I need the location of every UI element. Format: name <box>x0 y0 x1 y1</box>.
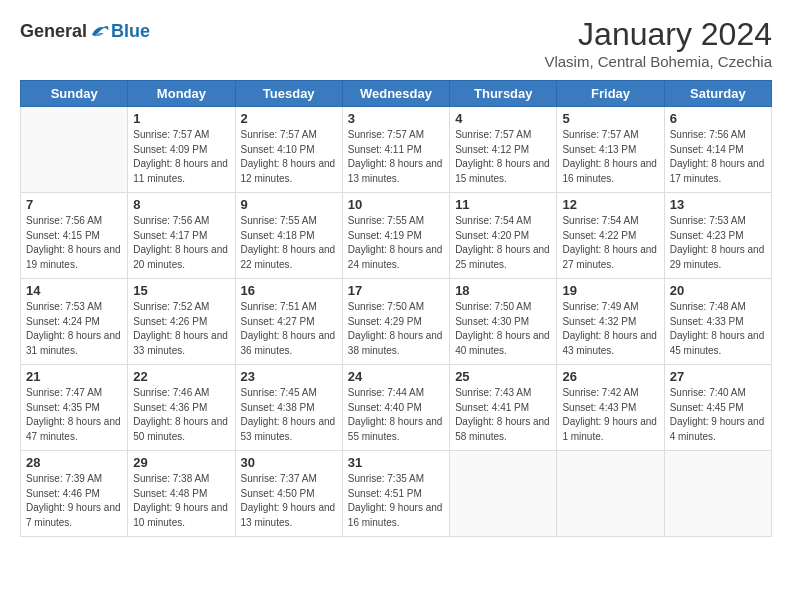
calendar-cell: 30Sunrise: 7:37 AMSunset: 4:50 PMDayligh… <box>235 451 342 537</box>
day-number: 22 <box>133 369 229 384</box>
calendar-cell: 11Sunrise: 7:54 AMSunset: 4:20 PMDayligh… <box>450 193 557 279</box>
day-info: Sunrise: 7:57 AMSunset: 4:10 PMDaylight:… <box>241 128 337 186</box>
calendar-cell: 25Sunrise: 7:43 AMSunset: 4:41 PMDayligh… <box>450 365 557 451</box>
calendar-cell: 5Sunrise: 7:57 AMSunset: 4:13 PMDaylight… <box>557 107 664 193</box>
day-number: 16 <box>241 283 337 298</box>
day-number: 23 <box>241 369 337 384</box>
day-number: 9 <box>241 197 337 212</box>
calendar-cell: 2Sunrise: 7:57 AMSunset: 4:10 PMDaylight… <box>235 107 342 193</box>
day-info: Sunrise: 7:45 AMSunset: 4:38 PMDaylight:… <box>241 386 337 444</box>
day-header-saturday: Saturday <box>664 81 771 107</box>
calendar-cell: 12Sunrise: 7:54 AMSunset: 4:22 PMDayligh… <box>557 193 664 279</box>
calendar-cell: 4Sunrise: 7:57 AMSunset: 4:12 PMDaylight… <box>450 107 557 193</box>
day-number: 8 <box>133 197 229 212</box>
day-number: 18 <box>455 283 551 298</box>
day-number: 27 <box>670 369 766 384</box>
day-info: Sunrise: 7:43 AMSunset: 4:41 PMDaylight:… <box>455 386 551 444</box>
day-info: Sunrise: 7:40 AMSunset: 4:45 PMDaylight:… <box>670 386 766 444</box>
calendar-cell: 13Sunrise: 7:53 AMSunset: 4:23 PMDayligh… <box>664 193 771 279</box>
week-row-2: 7Sunrise: 7:56 AMSunset: 4:15 PMDaylight… <box>21 193 772 279</box>
day-number: 24 <box>348 369 444 384</box>
calendar-cell: 14Sunrise: 7:53 AMSunset: 4:24 PMDayligh… <box>21 279 128 365</box>
week-row-3: 14Sunrise: 7:53 AMSunset: 4:24 PMDayligh… <box>21 279 772 365</box>
calendar-cell: 26Sunrise: 7:42 AMSunset: 4:43 PMDayligh… <box>557 365 664 451</box>
day-info: Sunrise: 7:46 AMSunset: 4:36 PMDaylight:… <box>133 386 229 444</box>
day-header-sunday: Sunday <box>21 81 128 107</box>
location: Vlasim, Central Bohemia, Czechia <box>544 53 772 70</box>
day-header-friday: Friday <box>557 81 664 107</box>
logo: General Blue <box>20 20 150 42</box>
calendar-cell: 21Sunrise: 7:47 AMSunset: 4:35 PMDayligh… <box>21 365 128 451</box>
day-header-wednesday: Wednesday <box>342 81 449 107</box>
day-info: Sunrise: 7:53 AMSunset: 4:24 PMDaylight:… <box>26 300 122 358</box>
calendar-cell: 3Sunrise: 7:57 AMSunset: 4:11 PMDaylight… <box>342 107 449 193</box>
day-number: 19 <box>562 283 658 298</box>
day-number: 11 <box>455 197 551 212</box>
day-info: Sunrise: 7:44 AMSunset: 4:40 PMDaylight:… <box>348 386 444 444</box>
day-number: 26 <box>562 369 658 384</box>
day-number: 17 <box>348 283 444 298</box>
calendar-cell: 1Sunrise: 7:57 AMSunset: 4:09 PMDaylight… <box>128 107 235 193</box>
day-number: 14 <box>26 283 122 298</box>
day-header-monday: Monday <box>128 81 235 107</box>
calendar-cell: 18Sunrise: 7:50 AMSunset: 4:30 PMDayligh… <box>450 279 557 365</box>
day-number: 3 <box>348 111 444 126</box>
calendar-cell: 20Sunrise: 7:48 AMSunset: 4:33 PMDayligh… <box>664 279 771 365</box>
week-row-5: 28Sunrise: 7:39 AMSunset: 4:46 PMDayligh… <box>21 451 772 537</box>
day-number: 15 <box>133 283 229 298</box>
calendar-table: SundayMondayTuesdayWednesdayThursdayFrid… <box>20 80 772 537</box>
logo-general: General <box>20 21 87 42</box>
day-number: 6 <box>670 111 766 126</box>
calendar-cell: 19Sunrise: 7:49 AMSunset: 4:32 PMDayligh… <box>557 279 664 365</box>
title-block: January 2024 Vlasim, Central Bohemia, Cz… <box>544 16 772 70</box>
logo-bird-icon <box>89 20 111 42</box>
calendar-header-row: SundayMondayTuesdayWednesdayThursdayFrid… <box>21 81 772 107</box>
day-info: Sunrise: 7:53 AMSunset: 4:23 PMDaylight:… <box>670 214 766 272</box>
day-info: Sunrise: 7:56 AMSunset: 4:17 PMDaylight:… <box>133 214 229 272</box>
day-info: Sunrise: 7:54 AMSunset: 4:20 PMDaylight:… <box>455 214 551 272</box>
calendar-cell: 29Sunrise: 7:38 AMSunset: 4:48 PMDayligh… <box>128 451 235 537</box>
calendar-cell: 28Sunrise: 7:39 AMSunset: 4:46 PMDayligh… <box>21 451 128 537</box>
calendar-cell: 15Sunrise: 7:52 AMSunset: 4:26 PMDayligh… <box>128 279 235 365</box>
calendar-cell: 6Sunrise: 7:56 AMSunset: 4:14 PMDaylight… <box>664 107 771 193</box>
calendar-cell <box>450 451 557 537</box>
day-info: Sunrise: 7:57 AMSunset: 4:13 PMDaylight:… <box>562 128 658 186</box>
day-info: Sunrise: 7:50 AMSunset: 4:30 PMDaylight:… <box>455 300 551 358</box>
day-info: Sunrise: 7:52 AMSunset: 4:26 PMDaylight:… <box>133 300 229 358</box>
day-number: 20 <box>670 283 766 298</box>
day-number: 1 <box>133 111 229 126</box>
logo-blue: Blue <box>111 21 150 42</box>
calendar-cell: 9Sunrise: 7:55 AMSunset: 4:18 PMDaylight… <box>235 193 342 279</box>
calendar-body: 1Sunrise: 7:57 AMSunset: 4:09 PMDaylight… <box>21 107 772 537</box>
calendar-cell: 24Sunrise: 7:44 AMSunset: 4:40 PMDayligh… <box>342 365 449 451</box>
day-number: 10 <box>348 197 444 212</box>
day-info: Sunrise: 7:55 AMSunset: 4:18 PMDaylight:… <box>241 214 337 272</box>
day-info: Sunrise: 7:51 AMSunset: 4:27 PMDaylight:… <box>241 300 337 358</box>
day-info: Sunrise: 7:55 AMSunset: 4:19 PMDaylight:… <box>348 214 444 272</box>
day-info: Sunrise: 7:57 AMSunset: 4:11 PMDaylight:… <box>348 128 444 186</box>
day-number: 12 <box>562 197 658 212</box>
calendar-cell: 10Sunrise: 7:55 AMSunset: 4:19 PMDayligh… <box>342 193 449 279</box>
day-number: 31 <box>348 455 444 470</box>
calendar-cell: 23Sunrise: 7:45 AMSunset: 4:38 PMDayligh… <box>235 365 342 451</box>
day-info: Sunrise: 7:57 AMSunset: 4:09 PMDaylight:… <box>133 128 229 186</box>
day-info: Sunrise: 7:56 AMSunset: 4:14 PMDaylight:… <box>670 128 766 186</box>
day-number: 13 <box>670 197 766 212</box>
calendar-cell: 16Sunrise: 7:51 AMSunset: 4:27 PMDayligh… <box>235 279 342 365</box>
calendar-cell: 31Sunrise: 7:35 AMSunset: 4:51 PMDayligh… <box>342 451 449 537</box>
calendar-cell: 27Sunrise: 7:40 AMSunset: 4:45 PMDayligh… <box>664 365 771 451</box>
page-container: General Blue January 2024 Vlasim, Centra… <box>0 0 792 547</box>
day-info: Sunrise: 7:38 AMSunset: 4:48 PMDaylight:… <box>133 472 229 530</box>
month-title: January 2024 <box>544 16 772 53</box>
day-number: 7 <box>26 197 122 212</box>
calendar-cell: 8Sunrise: 7:56 AMSunset: 4:17 PMDaylight… <box>128 193 235 279</box>
day-info: Sunrise: 7:56 AMSunset: 4:15 PMDaylight:… <box>26 214 122 272</box>
day-number: 5 <box>562 111 658 126</box>
day-info: Sunrise: 7:57 AMSunset: 4:12 PMDaylight:… <box>455 128 551 186</box>
week-row-4: 21Sunrise: 7:47 AMSunset: 4:35 PMDayligh… <box>21 365 772 451</box>
week-row-1: 1Sunrise: 7:57 AMSunset: 4:09 PMDaylight… <box>21 107 772 193</box>
calendar-cell <box>557 451 664 537</box>
day-info: Sunrise: 7:54 AMSunset: 4:22 PMDaylight:… <box>562 214 658 272</box>
day-info: Sunrise: 7:39 AMSunset: 4:46 PMDaylight:… <box>26 472 122 530</box>
calendar-cell <box>664 451 771 537</box>
